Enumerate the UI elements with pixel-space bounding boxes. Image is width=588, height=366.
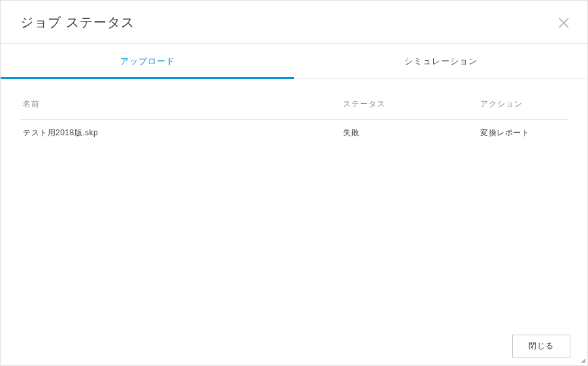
close-icon[interactable] <box>556 15 572 31</box>
dialog-footer: 閉じる <box>1 327 587 365</box>
tab-upload-label: アップロード <box>120 56 175 66</box>
tabs: アップロード シミュレーション <box>1 44 587 79</box>
resize-grip-icon[interactable]: ◢ <box>581 358 585 363</box>
cell-name: テスト用2018版.skp <box>23 127 343 139</box>
column-header-name: 名前 <box>23 99 343 110</box>
column-header-status: ステータス <box>343 99 480 110</box>
content-area: 名前 ステータス アクション テスト用2018版.skp 失敗 変換レポート <box>1 79 587 146</box>
dialog-title: ジョブ ステータス <box>20 14 135 31</box>
column-header-action: アクション <box>480 99 568 110</box>
tab-simulation-label: シミュレーション <box>404 56 478 66</box>
tab-upload[interactable]: アップロード <box>1 44 294 78</box>
dialog-header: ジョブ ステータス <box>1 1 587 44</box>
table-row: テスト用2018版.skp 失敗 変換レポート <box>20 120 568 146</box>
tab-simulation[interactable]: シミュレーション <box>294 44 587 78</box>
cell-action-link[interactable]: 変換レポート <box>480 127 568 139</box>
cell-status: 失敗 <box>343 127 480 139</box>
close-button[interactable]: 閉じる <box>512 335 570 358</box>
table-header-row: 名前 ステータス アクション <box>20 79 568 120</box>
